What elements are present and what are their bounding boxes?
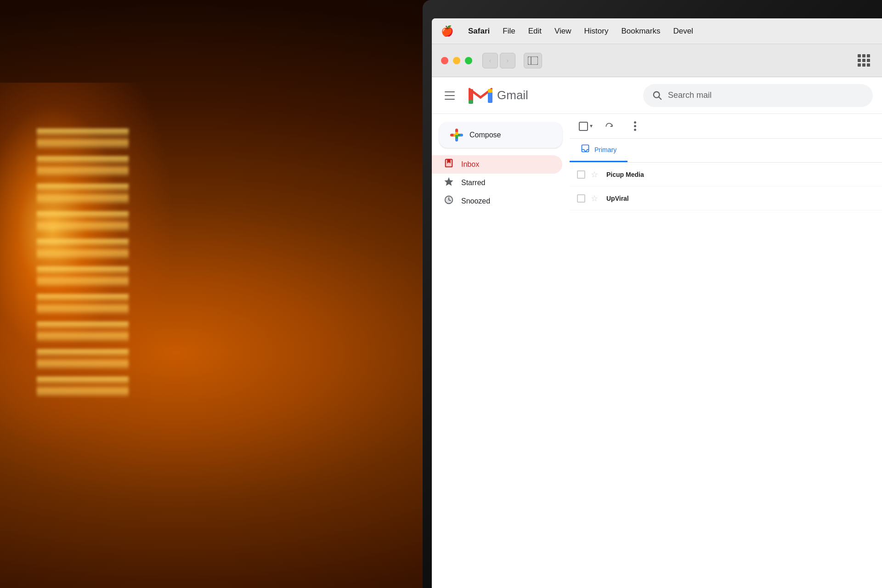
snoozed-icon: [443, 195, 455, 208]
svg-rect-0: [528, 57, 538, 65]
apps-grid-button[interactable]: [854, 53, 873, 68]
email-list: ☆ Picup Media ☆ UpViral: [570, 163, 882, 210]
star-icon[interactable]: ☆: [591, 170, 601, 180]
email-toolbar: ▾: [570, 114, 882, 139]
inbox-icon: [443, 158, 455, 171]
dot: [862, 54, 865, 57]
row-checkbox[interactable]: [577, 170, 585, 179]
sidebar-toggle-icon: [528, 57, 538, 65]
gmail-wordmark: Gmail: [497, 88, 528, 102]
gmail-content: Gmail Search mail: [432, 77, 882, 588]
search-icon: [652, 90, 662, 101]
compose-label: Compose: [469, 131, 501, 139]
inbox-bookmark-icon: [444, 158, 454, 168]
tab-primary[interactable]: Primary: [570, 138, 628, 162]
search-placeholder: Search mail: [668, 90, 712, 100]
grid-dots-icon: [858, 54, 870, 67]
macbook-bezel: 🍎 Safari File Edit View History Bookmark…: [423, 0, 882, 588]
compose-plus-icon: [450, 129, 463, 141]
hamburger-line-3: [445, 99, 455, 100]
table-row[interactable]: ☆ Picup Media: [570, 163, 882, 187]
compose-button[interactable]: Compose: [439, 122, 562, 148]
svg-rect-5: [488, 89, 492, 93]
gmail-right-panel: ▾: [570, 114, 882, 588]
gmail-logo: Gmail: [469, 86, 528, 105]
gmail-main-area: Compose Inbox: [432, 114, 882, 588]
dot: [867, 63, 870, 67]
sidebar-item-snoozed-label: Snoozed: [461, 197, 490, 205]
hamburger-line-2: [445, 95, 455, 96]
menu-toggle-button[interactable]: [441, 85, 461, 106]
gmail-header: Gmail Search mail: [432, 77, 882, 114]
primary-tab-icon: [581, 144, 590, 155]
checkbox-icon: [579, 122, 588, 131]
browser-toolbar: ‹ ›: [432, 44, 882, 77]
primary-tab-label: Primary: [594, 146, 616, 153]
back-icon: ‹: [489, 57, 491, 65]
gmail-m-logo-icon: [469, 86, 492, 105]
hamburger-line-1: [445, 91, 455, 92]
sidebar-item-snoozed[interactable]: Snoozed: [432, 192, 562, 210]
more-dot-2: [634, 125, 636, 127]
sidebar-item-inbox[interactable]: Inbox: [432, 155, 562, 174]
menu-view[interactable]: View: [554, 27, 571, 36]
gmail-sidebar: Compose Inbox: [432, 114, 570, 588]
inbox-tabs: Primary: [570, 139, 882, 163]
back-button[interactable]: ‹: [482, 53, 498, 68]
forward-icon: ›: [506, 57, 509, 65]
svg-line-7: [659, 97, 661, 99]
star-icon: [444, 176, 454, 187]
apple-logo-icon[interactable]: 🍎: [441, 25, 453, 37]
menu-safari[interactable]: Safari: [468, 27, 490, 36]
screen-area: 🍎 Safari File Edit View History Bookmark…: [432, 18, 882, 588]
traffic-lights: [441, 57, 472, 64]
menu-file[interactable]: File: [503, 27, 515, 36]
sender-name: UpViral: [606, 195, 698, 202]
menu-edit[interactable]: Edit: [528, 27, 542, 36]
starred-icon: [443, 176, 455, 189]
menu-history[interactable]: History: [584, 27, 609, 36]
svg-rect-4: [469, 100, 473, 104]
row-checkbox[interactable]: [577, 194, 585, 203]
select-all-checkbox[interactable]: ▾: [579, 122, 593, 131]
sidebar-toggle-button[interactable]: [524, 53, 542, 68]
dot: [867, 59, 870, 62]
macos-menubar: 🍎 Safari File Edit View History Bookmark…: [432, 18, 882, 44]
more-dot-1: [634, 121, 636, 124]
dot: [862, 59, 865, 62]
sender-name: Picup Media: [606, 171, 698, 178]
sidebar-item-starred-label: Starred: [461, 179, 485, 187]
nav-buttons: ‹ ›: [482, 53, 515, 68]
dot: [858, 59, 861, 62]
search-bar[interactable]: Search mail: [643, 84, 873, 107]
dot: [862, 63, 865, 67]
table-row[interactable]: ☆ UpViral: [570, 187, 882, 210]
star-icon[interactable]: ☆: [591, 193, 601, 204]
forward-button[interactable]: ›: [500, 53, 515, 68]
dot: [858, 63, 861, 67]
inbox-tab-icon: [581, 144, 590, 153]
sidebar-item-starred[interactable]: Starred: [432, 174, 562, 192]
minimize-button[interactable]: [453, 57, 460, 64]
more-options-button[interactable]: [626, 117, 644, 136]
light-streaks: [37, 129, 129, 404]
refresh-button[interactable]: [600, 117, 618, 136]
clock-icon: [444, 195, 454, 205]
refresh-icon: [605, 122, 614, 131]
close-button[interactable]: [441, 57, 448, 64]
menu-bookmarks[interactable]: Bookmarks: [621, 27, 660, 36]
dot: [867, 54, 870, 57]
dot: [858, 54, 861, 57]
more-dot-3: [634, 129, 636, 131]
sidebar-item-inbox-label: Inbox: [461, 160, 479, 169]
maximize-button[interactable]: [465, 57, 472, 64]
checkbox-dropdown-arrow-icon[interactable]: ▾: [590, 123, 593, 130]
menu-develop[interactable]: Devel: [673, 27, 693, 36]
